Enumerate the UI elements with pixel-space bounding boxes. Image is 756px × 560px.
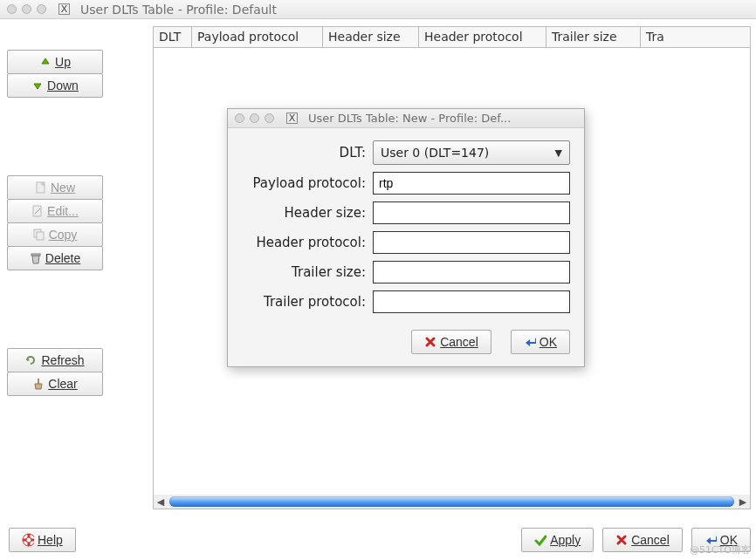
col-payload[interactable]: Payload protocol [192,27,323,47]
dialog-ok-button[interactable]: OK [511,330,570,354]
up-label: Up [55,55,71,69]
header-proto-label: Header protocol: [242,235,373,250]
new-label: New [51,181,75,195]
copy-label: Copy [49,228,78,242]
col-header-size[interactable]: Header size [323,27,419,47]
trailer-proto-input[interactable] [373,290,570,313]
document-new-icon [35,181,47,194]
delete-button[interactable]: Delete [7,246,103,270]
apply-label: Apply [550,533,581,547]
scroll-right-icon[interactable]: ▶ [736,495,750,509]
copy-icon [33,229,45,241]
app-x-icon: X [58,3,70,15]
payload-input[interactable] [373,172,570,195]
scroll-left-icon[interactable]: ◀ [154,495,168,509]
refresh-button[interactable]: Refresh [7,348,103,372]
zoom-dot-icon[interactable] [37,4,46,14]
new-entry-dialog: X User DLTs Table: New - Profile: Def...… [227,108,585,367]
edit-label: Edit... [47,204,79,218]
apply-button[interactable]: Apply [521,528,594,552]
clear-label: Clear [48,377,77,391]
arrow-down-icon [31,79,44,92]
payload-label: Payload protocol: [242,175,373,191]
dlt-combobox[interactable]: User 0 (DLT=147) ▼ [373,140,570,165]
up-button[interactable]: Up [7,50,103,74]
close-dot-icon[interactable] [7,4,17,14]
svg-rect-3 [37,232,44,240]
minimize-dot-icon[interactable] [250,113,259,123]
corner-watermark: @51CTO博客 [690,543,751,557]
close-dot-icon[interactable] [235,113,244,123]
refresh-label: Refresh [41,353,84,367]
zoom-dot-icon[interactable] [265,113,274,123]
broom-icon [32,378,45,390]
trailer-size-label: Trailer size: [242,264,373,280]
down-label: Down [47,79,79,92]
window-controls[interactable] [7,4,46,14]
help-button[interactable]: Help [9,528,76,552]
dialog-ok-label: OK [540,335,557,349]
scroll-thumb[interactable] [169,496,734,507]
col-header-proto[interactable]: Header protocol [419,27,546,47]
down-button[interactable]: Down [7,73,103,98]
header-proto-input[interactable] [373,231,570,254]
copy-button[interactable]: Copy [7,222,103,247]
header-size-label: Header size: [242,205,373,221]
trailer-size-input[interactable] [373,261,570,283]
cancel-button[interactable]: Cancel [602,528,683,552]
x-red-icon [615,534,628,546]
chevron-down-icon: ▼ [555,147,562,159]
horizontal-scrollbar[interactable]: ◀ ▶ [154,495,750,509]
sidebar: Up Down New Edit... [7,38,129,396]
dialog-window-controls[interactable] [235,113,274,123]
delete-label: Delete [45,251,80,265]
dialog-cancel-label: Cancel [440,335,478,349]
minimize-dot-icon[interactable] [22,4,31,14]
dialog-title: User DLTs Table: New - Profile: Def... [308,112,511,125]
check-icon [534,534,546,546]
footer: Help Apply Cancel OK [9,525,751,555]
refresh-icon [25,354,38,366]
edit-icon [31,205,44,217]
cancel-label: Cancel [631,533,670,547]
lifebuoy-icon [22,534,34,546]
trailer-proto-label: Trailer protocol: [242,294,373,310]
col-trailer-size[interactable]: Trailer size [546,27,641,47]
x-red-icon [424,336,436,348]
dlt-selected-value: User 0 (DLT=147) [381,146,489,160]
svg-rect-4 [31,254,40,256]
clear-button[interactable]: Clear [7,372,103,396]
dialog-cancel-button[interactable]: Cancel [411,330,491,354]
col-dlt[interactable]: DLT [154,27,192,47]
header-size-input[interactable] [373,201,570,224]
trash-icon [30,252,42,264]
edit-button[interactable]: Edit... [7,199,103,223]
help-label: Help [38,533,63,547]
table-header: DLT Payload protocol Header size Header … [154,27,750,48]
arrow-up-icon [39,56,52,68]
dialog-titlebar: X User DLTs Table: New - Profile: Def... [228,109,584,128]
app-x-icon: X [286,113,298,124]
svg-point-6 [26,537,31,543]
main-titlebar: X User DLTs Table - Profile: Default [0,0,756,19]
window-title: User DLTs Table - Profile: Default [80,3,277,17]
col-trailer-trunc[interactable]: Tra [641,27,750,47]
new-button[interactable]: New [7,175,103,200]
dlt-label: DLT: [242,145,373,160]
return-blue-icon [524,336,536,348]
